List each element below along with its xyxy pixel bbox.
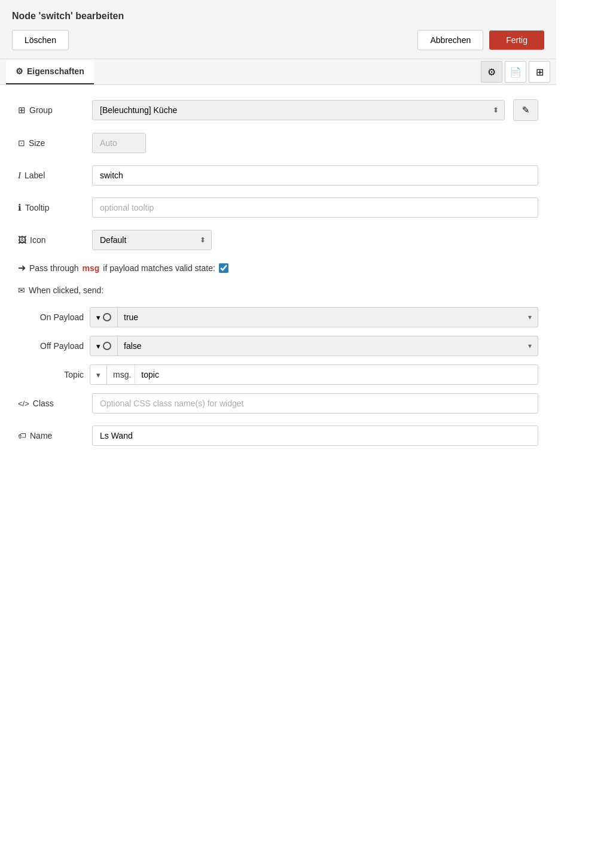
on-payload-wrapper: ▾ ▾ — [90, 307, 538, 327]
topic-input-wrapper: ▾ msg. — [90, 364, 538, 385]
delete-button[interactable]: Löschen — [12, 30, 69, 50]
info-icon: ℹ — [18, 202, 22, 213]
topic-dropdown-arrow: ▾ — [96, 370, 100, 379]
off-payload-row: Off Payload ▾ ▾ — [18, 336, 538, 356]
on-payload-label: On Payload — [18, 312, 84, 322]
off-payload-input[interactable] — [118, 336, 522, 355]
dropdown-arrow-icon-2: ▾ — [96, 342, 100, 351]
code-icon: </> — [18, 399, 29, 408]
icon-label: 🖼 Icon — [18, 235, 84, 245]
image-icon: 🖼 — [18, 235, 26, 245]
name-label: 🏷 Name — [18, 431, 84, 440]
gear-icon: ⚙ — [16, 66, 23, 76]
on-payload-type-button[interactable]: ▾ — [90, 308, 118, 327]
class-input[interactable] — [92, 393, 538, 414]
on-payload-circle-icon — [103, 313, 111, 321]
document-icon-button[interactable]: 📄 — [505, 61, 526, 83]
tab-properties[interactable]: ⚙ Eigenschaften — [6, 59, 94, 84]
pass-through-text-after: if payload matches valid state: — [103, 263, 215, 273]
size-label: ⊡ Size — [18, 138, 84, 148]
content-area: ⊞ Group [Beleuchtung] Küche ⬍ ✎ ⊡ Size I… — [0, 85, 556, 472]
pencil-icon: ✎ — [522, 105, 530, 116]
group-icon: ⊞ — [18, 105, 26, 116]
off-payload-wrapper: ▾ ▾ — [90, 336, 538, 356]
when-clicked-text: When clicked, send: — [29, 285, 103, 295]
off-payload-label: Off Payload — [18, 341, 84, 351]
icon-select-wrapper: Default ⬍ — [92, 230, 212, 250]
msg-highlight: msg — [83, 263, 100, 273]
class-label: </> Class — [18, 399, 84, 408]
group-row: ⊞ Group [Beleuchtung] Küche ⬍ ✎ — [18, 99, 538, 121]
label-icon: I — [18, 171, 21, 181]
tooltip-label: ℹ Tooltip — [18, 202, 84, 213]
layout-icon: ⊞ — [536, 66, 544, 78]
tooltip-input[interactable] — [92, 197, 538, 218]
on-payload-row: On Payload ▾ ▾ — [18, 307, 538, 327]
arrow-right-icon: ➜ — [18, 262, 26, 273]
topic-type-button[interactable]: ▾ — [90, 366, 107, 384]
header-section: Node 'switch' bearbeiten Löschen Abbrech… — [0, 0, 556, 59]
topic-row: Topic ▾ msg. — [18, 364, 538, 385]
tag-icon: 🏷 — [18, 431, 26, 440]
topic-label: Topic — [18, 370, 84, 379]
settings-icon: ⚙ — [487, 66, 496, 78]
off-payload-type-button[interactable]: ▾ — [90, 337, 118, 355]
topic-prefix: msg. — [107, 365, 135, 384]
page-title: Node 'switch' bearbeiten — [12, 11, 544, 22]
icon-select[interactable]: Default — [92, 230, 212, 250]
pass-through-text-before: Pass through — [29, 263, 79, 273]
dropdown-arrow-icon: ▾ — [96, 313, 100, 322]
tab-action-icons: ⚙ 📄 ⊞ — [481, 61, 550, 83]
size-row: ⊡ Size — [18, 133, 538, 153]
label-label: I Label — [18, 171, 84, 181]
off-payload-end-arrow[interactable]: ▾ — [522, 337, 538, 355]
document-icon: 📄 — [510, 66, 522, 78]
size-input[interactable] — [92, 133, 146, 153]
topic-input[interactable] — [135, 365, 538, 384]
name-row: 🏷 Name — [18, 426, 538, 446]
layout-icon-button[interactable]: ⊞ — [529, 61, 550, 83]
group-edit-button[interactable]: ✎ — [513, 99, 538, 121]
group-select[interactable]: [Beleuchtung] Küche — [92, 100, 505, 120]
off-payload-circle-icon — [103, 342, 111, 350]
settings-icon-button[interactable]: ⚙ — [481, 61, 502, 83]
when-clicked-row: ✉ When clicked, send: — [18, 285, 538, 295]
name-input[interactable] — [92, 426, 538, 446]
pass-through-checkbox[interactable] — [219, 263, 228, 273]
envelope-icon: ✉ — [18, 285, 25, 295]
header-buttons: Löschen Abbrechen Fertig — [12, 30, 544, 50]
class-row: </> Class — [18, 393, 538, 414]
group-label: ⊞ Group — [18, 105, 84, 116]
cancel-button[interactable]: Abbrechen — [417, 30, 483, 50]
label-input[interactable] — [92, 165, 538, 186]
tab-properties-label: Eigenschaften — [27, 66, 84, 76]
label-row: I Label — [18, 165, 538, 186]
group-select-wrapper: [Beleuchtung] Küche ⬍ — [92, 100, 505, 120]
on-payload-input[interactable] — [118, 308, 522, 327]
pass-through-row: ➜ Pass through msg if payload matches va… — [18, 262, 538, 273]
tab-bar: ⚙ Eigenschaften ⚙ 📄 ⊞ — [0, 59, 556, 85]
tooltip-row: ℹ Tooltip — [18, 197, 538, 218]
done-button[interactable]: Fertig — [489, 31, 544, 50]
icon-row: 🖼 Icon Default ⬍ — [18, 230, 538, 250]
on-payload-end-arrow[interactable]: ▾ — [522, 308, 538, 326]
size-icon: ⊡ — [18, 138, 25, 148]
